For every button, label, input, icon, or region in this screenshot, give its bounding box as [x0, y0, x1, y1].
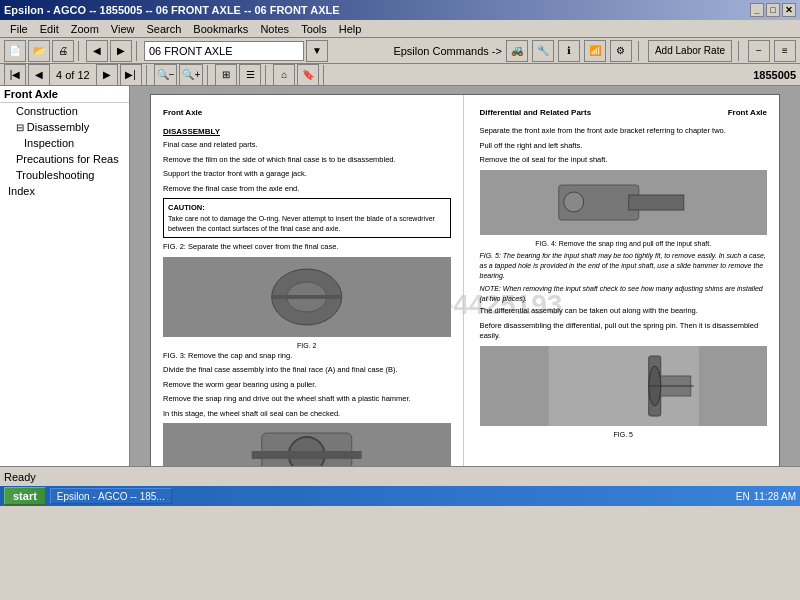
tb-flag-btn[interactable]: 🔧: [532, 40, 554, 62]
sep3: [638, 41, 642, 61]
nav-next-btn[interactable]: ▶: [96, 64, 118, 86]
tree-root-label: Front Axle: [0, 86, 129, 103]
right-header-title: Front Axle: [728, 107, 767, 118]
tb-back-btn[interactable]: ◀: [86, 40, 108, 62]
caution-box: CAUTION: Take care not to damage the O-r…: [163, 198, 451, 238]
svg-point-11: [563, 192, 583, 212]
left-header-title: Front Axle: [163, 107, 202, 118]
sep4: [738, 41, 742, 61]
tree-disassembly[interactable]: Disassembly: [0, 119, 129, 135]
fig3-d3: Remove the snap ring and drive out the w…: [163, 394, 451, 405]
nav-home-btn[interactable]: ⌂: [273, 64, 295, 86]
menu-tools[interactable]: Tools: [295, 22, 333, 36]
right-note1: FIG. 5: The bearing for the input shaft …: [480, 251, 768, 280]
right-page-header: Differential and Related Parts Front Axl…: [480, 107, 768, 118]
tree-troubleshooting[interactable]: Troubleshooting: [0, 167, 129, 183]
tree-construction[interactable]: Construction: [0, 103, 129, 119]
tree-inspection[interactable]: Inspection: [0, 135, 129, 151]
nav-prev-btn[interactable]: ◀: [28, 64, 50, 86]
sep1: [78, 41, 82, 61]
left-panel: Front Axle Construction Disassembly Insp…: [0, 86, 130, 466]
doc-id: 1855005: [753, 69, 796, 81]
sep8: [323, 65, 327, 85]
nav-first-btn[interactable]: |◀: [4, 64, 26, 86]
fig3-d2: Remove the worm gear bearing using a pul…: [163, 380, 451, 391]
location-input[interactable]: [144, 41, 304, 61]
sep6: [207, 65, 211, 85]
toolbar1: 📄 📂 🖨 ◀ ▶ ▼ Epsilon Commands -> 🚜 🔧 ℹ 📶 …: [0, 38, 800, 64]
menu-notes[interactable]: Notes: [254, 22, 295, 36]
caution-title: CAUTION:: [168, 203, 446, 214]
fig5-image: [480, 346, 768, 426]
maximize-btn[interactable]: □: [766, 3, 780, 17]
clock: 11:28 AM: [754, 491, 796, 502]
fig2-image: [163, 257, 451, 337]
left-p1: Final case and related parts.: [163, 140, 451, 151]
sep7: [265, 65, 269, 85]
left-p2: Remove the film on the side of which fin…: [163, 155, 451, 166]
svg-rect-3: [272, 295, 342, 299]
tb-go-btn[interactable]: ▼: [306, 40, 328, 62]
epsilon-label: Epsilon Commands ->: [393, 45, 502, 57]
add-labor-btn[interactable]: Add Labor Rate: [648, 40, 732, 62]
content-area[interactable]: Stock-4425193 Front Axle DISASSEMBLY Fin…: [130, 86, 800, 466]
nav-zoom-in-btn[interactable]: 🔍+: [179, 64, 203, 86]
taskbar-app-item[interactable]: Epsilon - AGCO -- 185...: [50, 488, 172, 504]
taskbar: start Epsilon - AGCO -- 185... EN 11:28 …: [0, 486, 800, 506]
book-pages: Stock-4425193 Front Axle DISASSEMBLY Fin…: [150, 94, 780, 466]
fig5-label: FIG. 5: [480, 430, 768, 440]
tb-open-btn[interactable]: 📂: [28, 40, 50, 62]
menu-help[interactable]: Help: [333, 22, 368, 36]
right-p1: Separate the front axle from the front a…: [480, 126, 768, 137]
nav-bookmark-btn[interactable]: 🔖: [297, 64, 319, 86]
fig4-image: [480, 170, 768, 235]
tb-tractor-btn[interactable]: 🚜: [506, 40, 528, 62]
nav-layout2-btn[interactable]: ☰: [239, 64, 261, 86]
right-diff2: Before disassembling the differential, p…: [480, 321, 768, 342]
tb-info-btn[interactable]: ℹ: [558, 40, 580, 62]
tree-index[interactable]: Index: [0, 183, 129, 199]
minimize-btn[interactable]: _: [750, 3, 764, 17]
menu-search[interactable]: Search: [140, 22, 187, 36]
window-controls[interactable]: _ □ ✕: [750, 3, 796, 17]
nav-layout-btn[interactable]: ⊞: [215, 64, 237, 86]
nav-zoom-out-btn[interactable]: 🔍−: [154, 64, 178, 86]
main-area: Front Axle Construction Disassembly Insp…: [0, 86, 800, 466]
menu-zoom[interactable]: Zoom: [65, 22, 105, 36]
taskbar-right: EN 11:28 AM: [736, 491, 796, 502]
menu-view[interactable]: View: [105, 22, 141, 36]
status-bar: Ready: [0, 466, 800, 486]
start-button[interactable]: start: [4, 487, 46, 505]
caution-text: Take care not to damage the O-ring. Neve…: [168, 214, 446, 234]
fig3-image: [163, 423, 451, 466]
menu-bookmarks[interactable]: Bookmarks: [187, 22, 254, 36]
right-p3: Remove the oil seal for the input shaft.: [480, 155, 768, 166]
nav-last-btn[interactable]: ▶|: [120, 64, 142, 86]
fig4-label: FIG. 4: Remove the snap ring and pull of…: [480, 239, 768, 249]
status-text: Ready: [4, 471, 36, 483]
tb-bluetooth-btn[interactable]: 📶: [584, 40, 606, 62]
title-bar: Epsilon - AGCO -- 1855005 -- 06 FRONT AX…: [0, 0, 800, 20]
menu-edit[interactable]: Edit: [34, 22, 65, 36]
right-page: Differential and Related Parts Front Axl…: [468, 95, 780, 466]
tb-minus-btn[interactable]: −: [748, 40, 770, 62]
epsilon-commands-area: Epsilon Commands -> 🚜 🔧 ℹ 📶 ⚙ Add Labor …: [393, 40, 796, 62]
tb-gear-btn[interactable]: ⚙: [610, 40, 632, 62]
sys-tray: EN 11:28 AM: [736, 491, 796, 502]
tb-print-btn[interactable]: 🖨: [52, 40, 74, 62]
menu-file[interactable]: File: [4, 22, 34, 36]
sep5: [146, 65, 150, 85]
fig3-text: FIG. 3: Remove the cap and snap ring.: [163, 351, 451, 362]
fig2-label: FIG. 2: [163, 341, 451, 351]
tb-new-btn[interactable]: 📄: [4, 40, 26, 62]
tb-settings-btn[interactable]: ≡: [774, 40, 796, 62]
right-diff1: The differential assembly can be taken o…: [480, 306, 768, 317]
left-p4: Remove the final case from the axle end.: [163, 184, 451, 195]
fig3-d1: Divide the final case assembly into the …: [163, 365, 451, 376]
title-text: Epsilon - AGCO -- 1855005 -- 06 FRONT AX…: [4, 4, 340, 16]
tree-precautions[interactable]: Precautions for Reas: [0, 151, 129, 167]
right-section-title: Differential and Related Parts: [480, 107, 592, 118]
close-btn[interactable]: ✕: [782, 3, 796, 17]
svg-rect-10: [628, 195, 683, 210]
tb-forward-btn[interactable]: ▶: [110, 40, 132, 62]
